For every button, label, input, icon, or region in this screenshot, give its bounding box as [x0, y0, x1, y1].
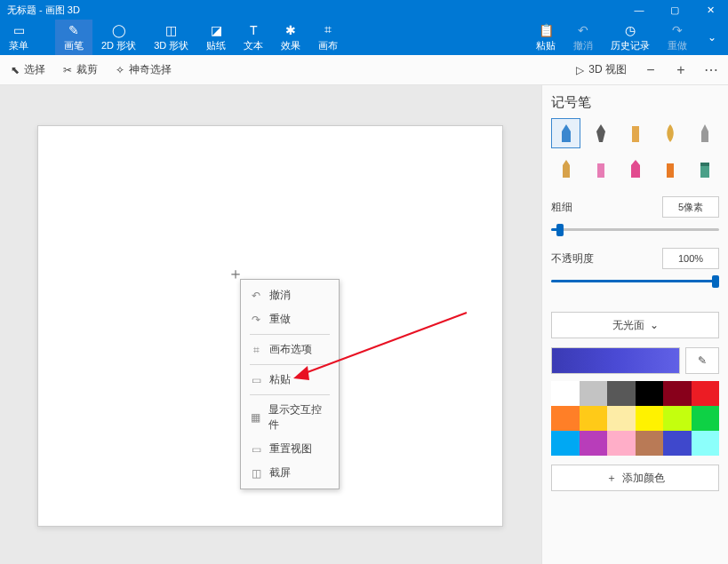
ctx-undo[interactable]: ↶撤消	[241, 283, 339, 307]
opacity-value[interactable]: 100%	[662, 248, 719, 269]
zoom-out-button[interactable]: −	[639, 62, 662, 78]
color-swatch[interactable]	[636, 431, 664, 456]
color-swatch[interactable]	[663, 381, 692, 406]
redo-icon: ↷	[250, 314, 262, 326]
color-swatch[interactable]	[551, 406, 580, 431]
svg-rect-9	[667, 163, 674, 178]
color-swatch[interactable]	[580, 406, 608, 431]
camera-icon: ◫	[250, 467, 262, 480]
thickness-value[interactable]: 5像素	[662, 196, 719, 218]
color-swatch[interactable]	[607, 406, 636, 431]
color-swatch[interactable]	[663, 406, 692, 431]
magic-select-tool[interactable]: ✧ 神奇选择	[110, 59, 177, 81]
title-bar: 无标题 - 画图 3D — ▢ ✕	[0, 0, 728, 20]
undo-icon: ↶	[250, 290, 262, 302]
brush-tab[interactable]: ✎ 画笔	[55, 20, 92, 55]
color-swatch[interactable]	[551, 381, 580, 406]
ctx-reset-view[interactable]: ▭重置视图	[241, 437, 339, 461]
effect-label: 效果	[281, 39, 300, 52]
magic-icon: ✧	[116, 64, 124, 76]
redo-button[interactable]: ↷ 重做	[659, 20, 696, 55]
opacity-slider[interactable]	[551, 274, 719, 287]
3d-view-button[interactable]: ▷ 3D 视图	[571, 59, 632, 81]
undo-icon: ↶	[578, 23, 588, 37]
eyedropper-icon: ✎	[698, 354, 707, 367]
select-tool[interactable]: ⬉ 选择	[5, 59, 51, 81]
paste-label: 粘贴	[536, 39, 556, 52]
sub-toolbar: ⬉ 选择 ✂ 裁剪 ✧ 神奇选择 ▷ 3D 视图 − + ⋯	[0, 55, 728, 85]
more-button[interactable]: ⋯	[700, 61, 723, 78]
shape2d-icon: ◯	[112, 23, 126, 37]
panel-title: 记号笔	[551, 94, 719, 111]
color-swatch[interactable]	[636, 381, 664, 406]
history-button[interactable]: ◷ 历史记录	[602, 20, 659, 55]
brush-fill[interactable]	[690, 154, 719, 184]
brush-watercolor[interactable]	[655, 118, 684, 148]
magic-label: 神奇选择	[129, 62, 172, 77]
ctx-show-interactive[interactable]: ▦显示交互控件	[241, 398, 339, 437]
crop-tool[interactable]: ✂ 裁剪	[58, 59, 103, 81]
text-icon: T	[250, 23, 258, 37]
color-swatches	[551, 381, 719, 456]
color-swatch[interactable]	[607, 431, 636, 456]
color-swatch[interactable]	[551, 431, 580, 456]
svg-rect-10	[700, 165, 709, 178]
color-swatch[interactable]	[663, 431, 692, 456]
paste-icon: ▭	[250, 374, 262, 386]
brush-marker[interactable]	[551, 118, 580, 148]
brush-oil[interactable]	[620, 118, 650, 148]
ctx-screenshot[interactable]: ◫截屏	[241, 461, 339, 485]
color-swatch[interactable]	[692, 381, 720, 406]
canvas-tab[interactable]: ⌗ 画布	[309, 20, 347, 55]
color-swatch[interactable]	[692, 431, 720, 456]
plus-icon: ＋	[606, 471, 617, 486]
crop-label: 裁剪	[76, 62, 98, 77]
svg-marker-2	[562, 124, 571, 142]
window-minimize-button[interactable]: —	[621, 0, 657, 20]
3d-shape-tab[interactable]: ◫ 3D 形状	[145, 20, 197, 55]
brush-spray[interactable]	[655, 154, 684, 184]
color-swatch[interactable]	[636, 406, 664, 431]
2d-shape-tab[interactable]: ◯ 2D 形状	[92, 20, 145, 55]
color-swatch[interactable]	[580, 381, 608, 406]
reset-icon: ▭	[250, 443, 262, 456]
menu-button[interactable]: ▭ 菜单	[0, 20, 37, 55]
brush-crayon[interactable]	[620, 154, 650, 184]
paste-icon: 📋	[539, 23, 554, 37]
brush-picker	[551, 118, 719, 184]
undo-button[interactable]: ↶ 撤消	[564, 20, 602, 55]
eyedropper-button[interactable]: ✎	[685, 347, 719, 374]
material-dropdown[interactable]: 无光面 ⌄	[551, 312, 719, 338]
current-color-swatch[interactable]	[551, 347, 680, 374]
ctx-canvas-options[interactable]: ⌗画布选项	[241, 338, 339, 361]
brush-calligraphy[interactable]	[586, 118, 615, 148]
folder-icon: ▭	[13, 23, 25, 37]
ribbon-expand-button[interactable]: ⌄	[696, 20, 728, 55]
brush-pencil[interactable]	[551, 154, 580, 184]
paste-button[interactable]: 📋 粘贴	[527, 20, 564, 55]
history-icon: ◷	[625, 23, 636, 37]
window-maximize-button[interactable]: ▢	[657, 0, 692, 20]
zoom-in-button[interactable]: +	[669, 62, 692, 78]
effect-tab[interactable]: ✱ 效果	[272, 20, 309, 55]
text-tab[interactable]: T 文本	[235, 20, 272, 55]
canvas-label: 画布	[318, 39, 338, 52]
thickness-slider[interactable]	[551, 223, 719, 235]
view3d-label: 3D 视图	[588, 62, 627, 77]
undo-label: 撤消	[573, 39, 593, 52]
color-swatch[interactable]	[692, 406, 720, 431]
add-color-button[interactable]: ＋ 添加颜色	[551, 465, 719, 491]
canvas-viewport[interactable]: ＋ ↶撤消 ↷重做 ⌗画布选项 ▭粘贴 ▦显示交互控件 ▭重置视图 ◫截屏	[0, 85, 541, 564]
sticker-tab[interactable]: ◪ 贴纸	[197, 20, 235, 55]
svg-marker-5	[701, 124, 708, 142]
ctx-redo[interactable]: ↷重做	[241, 307, 339, 331]
chevron-down-icon: ⌄	[650, 319, 659, 331]
window-close-button[interactable]: ✕	[692, 0, 728, 20]
brush-eraser[interactable]	[586, 154, 615, 184]
ctx-paste[interactable]: ▭粘贴	[241, 368, 339, 392]
brush-pixel[interactable]	[690, 118, 719, 148]
color-swatch[interactable]	[607, 381, 636, 406]
color-swatch[interactable]	[580, 431, 608, 456]
svg-rect-7	[597, 163, 604, 178]
svg-rect-11	[700, 163, 709, 166]
